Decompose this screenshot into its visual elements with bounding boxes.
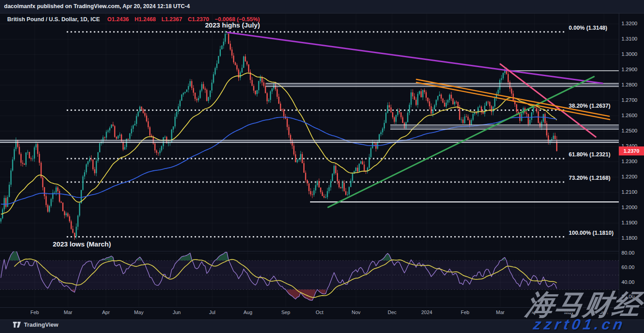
ohlc-change: −0.0068 (−0.55%) xyxy=(215,16,260,23)
rsi-axis-label: 40.00 xyxy=(621,279,635,285)
time-axis-label: Dec xyxy=(383,310,401,315)
annotation-2023-lows: 2023 lows (March) xyxy=(53,240,111,248)
chart-canvas[interactable] xyxy=(0,14,618,307)
fib-level-label: 100.00% (1.1810) xyxy=(569,230,613,236)
time-axis-label: 2024 xyxy=(418,310,436,315)
time-axis-label: Jul xyxy=(203,310,221,315)
price-axis-label: 1.2800 xyxy=(621,82,637,87)
time-axis-label: Mar xyxy=(491,310,509,315)
price-axis-label: 1.2200 xyxy=(621,174,637,179)
price-axis-label: 1.2300 xyxy=(621,159,637,164)
publisher-bar: dacolmanfx published on TradingView.com,… xyxy=(0,0,644,14)
time-axis-label: Nov xyxy=(347,310,365,315)
symbol-title: British Pound / U.S. Dollar, 1D, ICE xyxy=(7,16,100,23)
time-axis-label: Feb xyxy=(456,310,474,315)
ohlc-open: O1.2436 xyxy=(107,16,129,23)
price-axis-label: 1.2500 xyxy=(621,128,637,133)
time-axis-label: Apr xyxy=(97,310,115,315)
symbol-ohlc-row: British Pound / U.S. Dollar, 1D, ICE O1.… xyxy=(7,16,260,23)
rsi-axis-label: 60.00 xyxy=(621,265,635,270)
price-axis-label: 1.3000 xyxy=(621,51,637,57)
price-axis-label: 1.1900 xyxy=(621,220,637,225)
tradingview-logo-text: TradingView xyxy=(24,321,58,328)
ohlc-close: C1.2370 xyxy=(188,16,209,23)
time-axis-label: Oct xyxy=(311,310,329,315)
rsi-axis-label: 80.00 xyxy=(621,250,635,255)
watermark-domain: zzrt01.cn xyxy=(532,316,627,333)
price-axis-label: 1.2000 xyxy=(621,205,637,210)
price-axis-label: 1.1800 xyxy=(621,235,637,241)
time-axis-label: Mar xyxy=(59,310,77,315)
time-axis-label: Sep xyxy=(277,310,295,315)
tradingview-logo[interactable]: TradingView xyxy=(13,321,58,328)
price-axis-label: 1.3100 xyxy=(621,36,637,41)
time-axis-label: May xyxy=(130,310,148,315)
time-axis-label: Feb xyxy=(26,310,44,315)
fib-level-label: 0.00% (1.3148) xyxy=(569,25,607,31)
pane-divider[interactable] xyxy=(0,251,619,251)
price-axis-label: 1.2600 xyxy=(621,113,637,118)
ohlc-low: L1.2367 xyxy=(161,16,182,23)
fib-level-label: 61.80% (1.2321) xyxy=(569,151,610,158)
price-axis-label: 1.2700 xyxy=(621,97,637,103)
fib-level-label: 73.20% (1.2168) xyxy=(569,175,610,181)
tradingview-snapshot: dacolmanfx published on TradingView.com,… xyxy=(0,0,644,333)
price-axis-label: 1.2100 xyxy=(621,189,637,195)
publisher-text: dacolmanfx published on TradingView.com,… xyxy=(4,3,190,9)
tradingview-logo-icon xyxy=(13,321,21,328)
time-axis-label: Aug xyxy=(239,310,257,315)
time-axis-label: Jun xyxy=(168,310,186,315)
fib-level-label: 38.20% (1.2637) xyxy=(569,103,610,109)
price-axis-label: 1.3200 xyxy=(621,21,637,26)
price-axis-label: 1.2900 xyxy=(621,67,637,72)
ohlc-high: H1.2468 xyxy=(135,16,156,23)
last-price-badge: 1.2370 xyxy=(619,146,644,155)
